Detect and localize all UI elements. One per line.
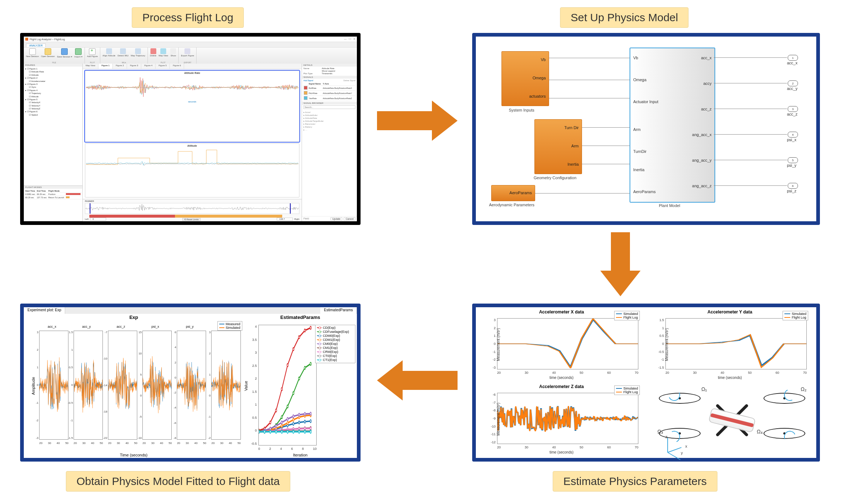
tree-figure[interactable]: ▸ ☑ Figure 3: [25, 83, 81, 86]
delete-button[interactable]: Delete: [150, 48, 156, 57]
browser-item[interactable]: ▸ …: [303, 128, 355, 131]
window-title: Flight Log Analyzer – FlightLog: [30, 38, 65, 41]
signal-browser-search[interactable]: [303, 105, 355, 109]
window-min-icon[interactable]: —: [344, 38, 347, 41]
tree-item[interactable]: ☑ Altitude: [25, 95, 81, 98]
browser-item[interactable]: ▸ Battery: [303, 125, 355, 128]
panel-set-up-physics-model: Vb Omega actuators System Inputs Turn Di…: [472, 33, 820, 225]
block-aero-params: AeroParams: [491, 185, 535, 201]
add-figure-button[interactable]: +Add Figure: [87, 48, 98, 57]
panner-strip[interactable]: [85, 203, 299, 214]
signal-row[interactable]: YawRateAttitudeRate.BodyRotationRateZ: [303, 96, 355, 101]
signal-browser-list[interactable]: ▸ Accel▸ AttitudeEuler▸ AttitudeRate▸ At…: [302, 110, 357, 216]
tree-item[interactable]: ☑ VelocityZ: [25, 107, 81, 110]
label-obtain-fitted: Obtain Physics Model Fitted to Flight da…: [66, 471, 290, 492]
figure-tab[interactable]: Figure 5: [156, 64, 170, 69]
reset-limits-button[interactable]: ⟲ Reset Limits: [182, 218, 201, 221]
svg-point-21: [304, 366, 306, 369]
browser-item[interactable]: ▸ Barometer: [303, 122, 355, 125]
export-figure-button[interactable]: Export Figure: [181, 48, 194, 57]
browser-cancel-button[interactable]: Cancel: [344, 217, 355, 221]
panner-left-label: Left: [85, 218, 89, 220]
block-geometry-config: Turn Dir Arm Inertia: [534, 119, 582, 174]
tree-item[interactable]: ☑ Gyro: [25, 86, 81, 89]
delete-signal-button[interactable]: Delete Signal: [343, 79, 355, 82]
save-session-button[interactable]: Save Session ▾: [57, 48, 72, 58]
figure-tab[interactable]: Figure 2: [113, 64, 127, 69]
signal-row[interactable]: RollRateAttitudeRate.BodyRotationRateX: [303, 86, 355, 91]
browser-item[interactable]: ▸ AttitudeTargetEuler: [303, 119, 355, 122]
titlebar: Flight Log Analyzer – FlightLog — ☐ ✕: [24, 37, 357, 42]
tree-figure[interactable]: ▸ ☑ Figure 6: [25, 110, 81, 113]
figure-tab[interactable]: Figure 4: [141, 64, 156, 69]
tree-item[interactable]: ☑ Attitude: [25, 74, 81, 76]
map-trajectory-button[interactable]: Map Trajectory: [131, 48, 145, 57]
panner-left-input[interactable]: 0: [90, 218, 106, 221]
map-view-button[interactable]: Map View: [158, 48, 168, 57]
figure-tab[interactable]: Map View: [83, 64, 98, 69]
svg-point-9: [292, 348, 294, 351]
outport: 3: [788, 106, 798, 112]
tree-item[interactable]: ☑ Trajectory: [25, 92, 81, 95]
block-label: Aerodynamic Parameters: [489, 203, 534, 207]
flight-mode-row[interactable]: 4.9981 sec69.29 secPosition: [25, 193, 82, 196]
port-label: Inertia: [567, 162, 579, 166]
panel-process-flight-log: Flight Log Analyzer – FlightLog — ☐ ✕ AN…: [20, 33, 361, 225]
chart-acc-z: Accelerometer Z data Measurement (m/s²) …: [481, 384, 642, 454]
window-close-icon[interactable]: ✕: [353, 38, 355, 41]
outport: 6: [788, 183, 798, 189]
add-signal-button[interactable]: Add Signal: [303, 79, 313, 82]
tree-item[interactable]: ☑ Accelerometer: [25, 80, 81, 83]
svg-point-91: [304, 430, 306, 433]
svg-point-86: [275, 430, 277, 433]
panner[interactable]: PANNER Left 0 ⟲ Reset Limits 138.7: [83, 199, 302, 221]
figure-tab[interactable]: Figure 3: [127, 64, 141, 69]
svg-point-50: [298, 413, 300, 416]
signals-table[interactable]: Signal NameY-AxisRollRateAttitudeRate.Bo…: [303, 82, 355, 101]
plot-title: Attitude: [86, 144, 298, 147]
details-kv: NameAttitude RateShow LegendPlot TypeTim…: [302, 67, 357, 76]
figure-tab[interactable]: Figure 1: [98, 64, 113, 69]
plot-attitude[interactable]: Attitude: [85, 143, 299, 198]
figures-tree[interactable]: ▸ ☑ Figure 1☑ Attitude Rate☑ Attitude▸ ☑…: [24, 67, 82, 117]
show-button[interactable]: Show: [170, 48, 176, 57]
tab-estimated-params[interactable]: EstimatedParams: [320, 307, 357, 314]
tree-figure[interactable]: ▸ ☑ Figure 5: [25, 98, 81, 101]
tree-item[interactable]: ☑ Speed: [25, 113, 81, 116]
browser-item[interactable]: ▸ AttitudeEuler: [303, 113, 355, 116]
new-session-button[interactable]: New Session: [26, 48, 39, 58]
figure-tabs[interactable]: Map ViewFigure 1Figure 2Figure 3Figure 4…: [83, 64, 302, 69]
outport-label: psi_y: [787, 163, 796, 168]
panner-right-input[interactable]: 138.7: [277, 218, 293, 221]
svg-point-18: [287, 405, 288, 408]
tree-figure[interactable]: ▸ ☑ Figure 1: [25, 67, 81, 70]
arrow-step1-to-step2: [377, 101, 458, 141]
open-session-button[interactable]: Open Session: [41, 48, 55, 58]
browser-item[interactable]: ▸ AttitudeRate: [303, 116, 355, 119]
plot-svg: [86, 74, 298, 101]
svg-point-88: [287, 430, 288, 433]
tab-experiment-plot[interactable]: Experiment plot: Exp: [24, 307, 65, 314]
app-body: FIGURES ▸ ☑ Figure 1☑ Attitude Rate☑ Att…: [24, 64, 357, 221]
tree-item[interactable]: ☑ Attitude Rate: [25, 70, 81, 73]
browser-item[interactable]: ▸ Accel: [303, 110, 355, 113]
plot-attitude-rate[interactable]: Attitude Rate seconds: [85, 71, 299, 142]
svg-point-5: [269, 421, 271, 424]
signal-browser-header: SIGNAL BROWSER: [302, 102, 357, 105]
tree-figure[interactable]: ▸ ☑ Figure 4: [25, 89, 81, 92]
browser-update-button[interactable]: Update: [331, 217, 343, 221]
signal-row[interactable]: PitchRateAttitudeRate.BodyRotationRateY: [303, 91, 355, 96]
block-label: Plant Model: [659, 203, 680, 208]
align-attitude-button[interactable]: Align Attitude: [102, 48, 115, 57]
svg-point-39: [292, 418, 294, 421]
tree-figure[interactable]: ▸ ☑ Figure 2: [25, 76, 81, 79]
flight-mode-row[interactable]: 69.29 sec137.73 secReturn To Launch: [25, 196, 82, 199]
tab-analyzer[interactable]: ANALYZER: [26, 44, 46, 47]
tree-item[interactable]: ☑ VelocityY: [25, 104, 81, 107]
window-max-icon[interactable]: ☐: [349, 38, 351, 41]
figure-tab[interactable]: Figure 6: [170, 64, 184, 69]
detect-imu-button[interactable]: Detect IMU: [117, 48, 128, 57]
window-buttons[interactable]: — ☐ ✕: [344, 38, 355, 41]
tree-item[interactable]: ☑ VelocityX: [25, 101, 81, 104]
import-button[interactable]: Import ▾: [74, 48, 82, 58]
